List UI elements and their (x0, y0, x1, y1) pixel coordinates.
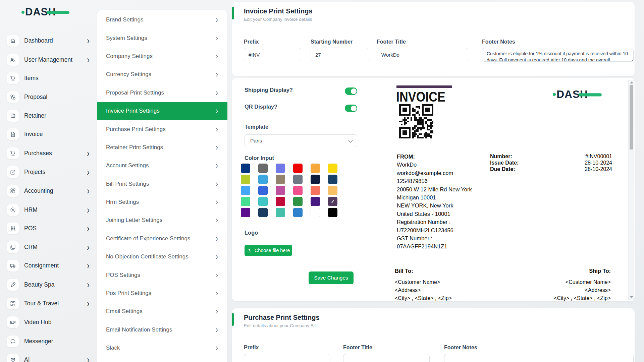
color-swatch[interactable] (311, 186, 320, 195)
starting-number-input[interactable] (311, 48, 369, 61)
footer-notes-textarea[interactable]: Customer is eligible for 1% discount if … (482, 48, 634, 62)
sidebar-item-user-management[interactable]: User Management› (7, 53, 90, 67)
purchase-footer-title-label: Footer Title (343, 345, 430, 351)
purchase-footer-notes-input[interactable] (444, 354, 634, 362)
purchase-prefix-field-group: Prefix (244, 345, 330, 362)
sidebar-item-video-hub[interactable]: Video Hub (7, 315, 90, 329)
scroll-up-icon[interactable] (630, 81, 633, 83)
color-swatch[interactable] (311, 197, 320, 206)
settings-item-email-settings[interactable]: Email Settings› (97, 302, 227, 320)
sidebar-item-projects[interactable]: Projects› (7, 165, 90, 179)
preview-meta-block: Number:#INV00001 Issue Date:28-10-2024 D… (490, 153, 612, 172)
grid-plus-icon (7, 298, 19, 309)
settings-item-joining-letter-settings[interactable]: Joining Letter Settings› (97, 211, 227, 229)
settings-item-hrm-settings[interactable]: Hrm Settings› (97, 193, 227, 211)
settings-item-retainer-print-settings[interactable]: Retainer Print Settings› (97, 138, 227, 157)
page-title: Invoice Print Settings (244, 7, 312, 15)
sidebar-item-beauty-spa[interactable]: Beauty Spa› (7, 278, 90, 292)
settings-item-company-settings[interactable]: Company Settings› (97, 47, 227, 65)
sidebar-item-crm[interactable]: CRM› (7, 240, 90, 254)
color-swatch[interactable] (241, 197, 250, 206)
color-swatch[interactable] (328, 175, 337, 184)
sidebar-item-proposal[interactable]: Proposal (7, 90, 90, 104)
color-swatch[interactable] (241, 164, 250, 173)
sidebar-item-ai[interactable]: AI› (7, 353, 90, 362)
scrollbar-thumb[interactable] (630, 85, 633, 149)
color-swatch[interactable]: ✓ (328, 197, 337, 206)
qr-display-toggle[interactable] (345, 105, 357, 112)
cart-icon (7, 147, 19, 159)
brand-logo[interactable]: DASH (21, 6, 56, 18)
sidebar-item-tour-travel[interactable]: Tour & Travel› (7, 296, 90, 310)
color-swatch[interactable] (276, 175, 285, 184)
from-line: 07AAGFF2194N1Z1 (397, 242, 476, 250)
choose-file-button[interactable]: Choose file here (245, 245, 292, 256)
color-swatch[interactable] (311, 164, 320, 173)
logo-green-dash-icon (578, 93, 601, 96)
template-select[interactable]: Paris (245, 134, 357, 147)
sidebar-item-purchases[interactable]: Purchases› (7, 146, 90, 160)
settings-item-system-settings[interactable]: System Settings› (97, 29, 227, 47)
from-line: WorkDo (397, 161, 476, 169)
settings-item-bill-print-settings[interactable]: Bill Print Settings› (97, 175, 227, 193)
color-swatch[interactable] (293, 208, 303, 217)
color-swatch[interactable] (258, 186, 268, 195)
settings-item-certificate-of-experience-settings[interactable]: Certificate of Experience Settings› (97, 230, 227, 248)
color-swatch[interactable] (276, 164, 285, 173)
color-swatch[interactable] (241, 175, 250, 184)
purchase-prefix-input[interactable] (244, 354, 330, 362)
sidebar-item-dashboard[interactable]: Dashboard› (7, 34, 90, 48)
color-swatch[interactable] (328, 208, 337, 217)
color-swatch[interactable] (311, 208, 320, 217)
settings-item-brand-settings[interactable]: Brand Settings› (97, 11, 227, 29)
color-swatch[interactable] (258, 175, 268, 184)
sidebar-item-accounting[interactable]: Accounting› (7, 184, 90, 198)
footer-title-input[interactable] (377, 48, 468, 61)
color-swatch[interactable] (293, 164, 303, 173)
settings-item-purchase-print-settings[interactable]: Purchase Print Settings› (97, 120, 227, 138)
chevron-right-icon: › (87, 280, 90, 290)
prefix-input[interactable] (244, 48, 301, 61)
settings-item-currency-settings[interactable]: Currency Settings› (97, 65, 227, 83)
sidebar: DASH Dashboard› User Management› Items P… (0, 0, 97, 362)
sidebar-item-hrm[interactable]: HRM› (7, 203, 90, 217)
settings-item-pos-settings[interactable]: POS Settings› (97, 266, 227, 284)
color-swatch[interactable] (328, 164, 337, 173)
shipping-display-toggle[interactable] (345, 87, 357, 95)
chevron-right-icon: › (216, 289, 218, 298)
color-swatch[interactable] (293, 197, 303, 206)
sidebar-item-items[interactable]: Items (7, 71, 90, 85)
settings-item-pos-print-settings[interactable]: Pos Print Settings› (97, 284, 227, 302)
save-changes-button[interactable]: Save Changes (309, 272, 354, 284)
color-swatch[interactable] (258, 164, 268, 173)
settings-item-slack[interactable]: Slack› (97, 339, 227, 357)
color-swatch[interactable] (276, 186, 285, 195)
color-input-label: Color Input (245, 155, 274, 161)
color-swatch[interactable] (258, 208, 268, 217)
settings-item-proposal-print-settings[interactable]: Proposal Print Settings› (97, 84, 227, 102)
sidebar-item-consignment[interactable]: Consignment› (7, 258, 90, 273)
color-swatch[interactable] (311, 175, 320, 184)
scroll-down-icon[interactable] (630, 296, 633, 298)
settings-item-invoice-print-settings[interactable]: Invoice Print Settings› (97, 102, 227, 120)
color-swatch[interactable] (241, 186, 250, 195)
settings-item-email-notification-settings[interactable]: Email Notification Settings› (97, 321, 227, 339)
sidebar-item-pos[interactable]: POS› (7, 221, 90, 235)
color-swatch[interactable] (328, 186, 337, 195)
preview-scrollbar[interactable] (628, 80, 634, 300)
color-swatch[interactable] (258, 197, 268, 206)
starting-number-field-group: Starting Number (311, 39, 369, 61)
settings-item-account-settings[interactable]: Account Settings› (97, 157, 227, 175)
color-swatch[interactable] (293, 175, 303, 184)
color-swatch[interactable] (276, 208, 285, 217)
color-swatch[interactable] (276, 197, 285, 206)
sidebar-item-retainer[interactable]: Retainer (7, 109, 90, 123)
sidebar-item-messenger[interactable]: Messenger (7, 334, 90, 348)
preview-accent-bar (396, 85, 452, 88)
purchase-footer-title-input[interactable] (343, 354, 430, 362)
sidebar-item-invoice[interactable]: Invoice (7, 127, 90, 141)
settings-item-no-objection-certificate-settings[interactable]: No Objection Certificate Settings› (97, 248, 227, 266)
bill-to-line: <Customer Name> (395, 278, 505, 286)
color-swatch[interactable] (293, 186, 303, 195)
color-swatch[interactable] (241, 208, 250, 217)
